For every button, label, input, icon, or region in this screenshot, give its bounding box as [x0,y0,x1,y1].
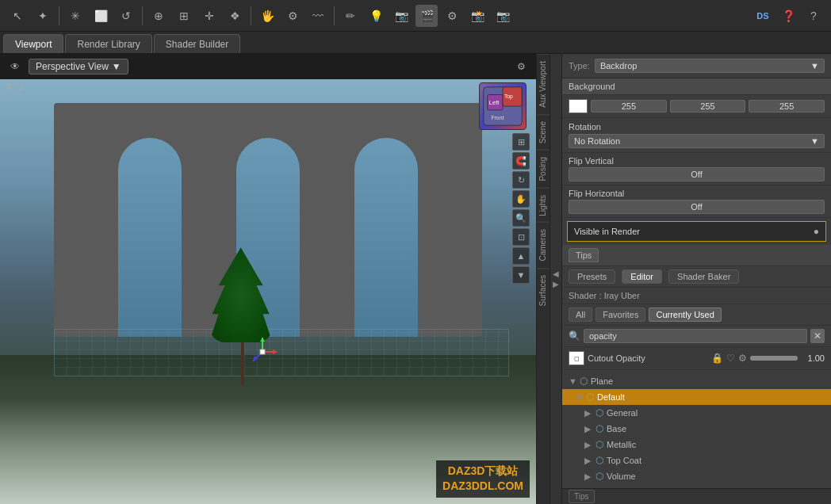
cutout-opacity-thumb[interactable]: ◻ [569,351,584,365]
tree-expand-plane[interactable]: ▼ [569,376,576,386]
snapshot-icon[interactable]: 📷 [492,5,514,27]
tree-expand-general[interactable]: ▶ [584,408,592,418]
snap-grid-icon[interactable]: ⊞ [512,133,530,151]
help-icon[interactable]: ❓ [777,5,799,27]
tree-expand-base[interactable]: ▶ [584,424,592,434]
perspective-dropdown-icon: ▼ [112,61,121,72]
tree-expand-default[interactable]: ▼ [575,392,583,402]
rgb-row: 255 255 255 [562,95,831,118]
cutout-icons: 🔒 ♡ ⚙ [711,353,747,364]
tree-item-base[interactable]: ▶ ⬡ Base [562,421,831,437]
tab-shader-builder[interactable]: Shader Builder [154,34,240,53]
render-settings-icon[interactable]: ⚙ [441,5,463,27]
tree-item-metallic[interactable]: ▶ ⬡ Metallic [562,437,831,452]
cutout-settings-icon[interactable]: ⚙ [738,353,747,364]
tree-item-general[interactable]: ▶ ⬡ General [562,405,831,421]
type-dropdown-icon: ▼ [810,61,819,71]
panel-arrow-down[interactable]: ▶ [553,280,559,288]
arch-window-left [118,138,182,337]
vtab-cameras[interactable]: Cameras [537,222,550,268]
toolbar-sep-4 [334,6,335,25]
pose-icon[interactable]: 🖐 [256,5,278,27]
vtab-posing[interactable]: Posing [537,150,550,188]
rgb-b-value[interactable]: 255 [749,100,825,113]
select-tool-icon[interactable]: ↖ [6,5,29,27]
tab-render-library[interactable]: Render Library [65,34,151,53]
ik-icon[interactable]: ⚙ [281,5,304,27]
svg-marker-3 [273,349,277,354]
rotation-label: Rotation [569,122,825,132]
tree-item-top-coat[interactable]: ▶ ⬡ Top Coat [562,452,831,468]
node-select-icon[interactable]: ✦ [32,5,54,27]
iray-icon[interactable]: 📸 [466,5,488,27]
search-clear-button[interactable]: ✕ [810,329,825,343]
zoom-icon[interactable]: 🔍 [512,209,530,227]
orbit-icon[interactable]: ↻ [512,171,530,189]
light-icon[interactable]: 💡 [365,5,387,27]
tips-tab[interactable]: Tips [569,248,599,262]
viewport-settings-icon[interactable]: ⚙ [512,58,530,75]
snap-icon[interactable]: 🧲 [512,152,530,170]
panel-arrow-up[interactable]: ◀ [553,269,559,278]
flip-horizontal-row: Flip Horizontal Off [562,185,831,218]
tips-icon[interactable]: ? [802,5,825,27]
tree-item-default[interactable]: ▼ ⬡ Default [562,389,831,405]
nav-cube[interactable]: Left Top Front [479,82,527,130]
tree-icon-top-coat: ⬡ [595,455,603,466]
tree-expand-top-coat[interactable]: ▶ [584,456,592,466]
vtab-surfaces[interactable]: Surfaces [537,268,550,312]
down-icon[interactable]: ▼ [512,266,530,284]
rotate3d-icon[interactable]: ↺ [115,5,137,27]
bottom-tips-bar: Tips [562,488,831,504]
flip-vertical-button[interactable]: Off [569,167,825,181]
render-icon[interactable]: 🎬 [416,5,438,27]
tree-item-volume[interactable]: ▶ ⬡ Volume [562,468,831,484]
cutout-lock-icon[interactable]: 🔒 [711,353,723,364]
perspective-view-button[interactable]: Perspective View ▼ [29,59,128,74]
tips-tab-bottom[interactable]: Tips [569,490,595,503]
viewport-eye-icon[interactable]: 👁 [6,58,24,75]
visible-in-render-row[interactable]: Visible in Render ● [567,221,826,242]
rgb-g-value[interactable]: 255 [670,100,746,113]
up-icon[interactable]: ▲ [512,247,530,265]
universal-icon[interactable]: ❖ [224,5,246,27]
transform-gizmo[interactable] [247,336,278,368]
tree-icon-general: ⬡ [595,407,603,418]
smooth-icon[interactable]: 〰 [307,5,329,27]
filter-favorites-button[interactable]: Favorites [595,307,645,322]
camera-icon[interactable]: 📷 [390,5,412,27]
vtab-scene[interactable]: Scene [537,114,550,150]
cutout-heart-icon[interactable]: ♡ [726,353,735,364]
tab-viewport[interactable]: Viewport [3,34,63,53]
cutout-opacity-slider[interactable] [750,356,798,361]
tree-item-plane[interactable]: ▼ ⬡ Plane [562,373,831,389]
filter-currently-used-button[interactable]: Currently Used [649,307,721,322]
toolbar-sep-1 [59,6,59,25]
type-select[interactable]: Backdrop ▼ [595,59,825,73]
viewport-icons: ⚙ [512,58,530,75]
draw-icon[interactable]: ✏ [339,5,362,27]
rotation-select[interactable]: No Rotation ▼ [569,134,825,148]
move-tool-icon[interactable]: ⊕ [147,5,170,27]
create-icon[interactable]: ✳ [64,5,86,27]
properties-panel: Type: Backdrop ▼ Background 255 255 255 … [562,54,831,488]
vtab-aux-viewport[interactable]: Aux Viewport [537,54,550,114]
pan-icon[interactable]: ✋ [512,190,530,208]
scale-tool-icon[interactable]: ⊞ [173,5,195,27]
vtab-lights[interactable]: Lights [537,188,550,223]
filter-all-button[interactable]: All [569,307,592,322]
toolbar-sep-2 [142,6,143,25]
shader-tab-editor[interactable]: Editor [622,269,662,284]
transform-tool-icon[interactable]: ✛ [198,5,220,27]
color-swatch[interactable] [569,99,588,113]
shader-search-input[interactable] [584,329,807,343]
rgb-r-value[interactable]: 255 [591,100,667,113]
tree-expand-metallic[interactable]: ▶ [584,440,592,450]
tree-expand-volume[interactable]: ▶ [584,472,592,482]
svg-text:Top: Top [504,94,513,100]
shader-tab-presets[interactable]: Presets [569,269,615,284]
frame-icon[interactable]: ⊡ [512,228,530,246]
shader-tab-baker[interactable]: Shader Baker [668,269,739,284]
primitive-icon[interactable]: ⬜ [90,5,112,27]
flip-horizontal-button[interactable]: Off [569,200,825,214]
